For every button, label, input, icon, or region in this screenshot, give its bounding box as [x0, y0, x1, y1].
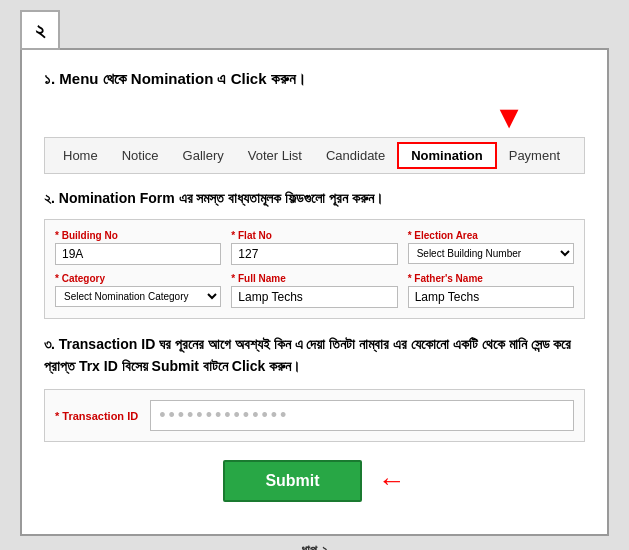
- nav-gallery[interactable]: Gallery: [171, 144, 236, 167]
- election-area-select[interactable]: Select Building Number: [408, 243, 574, 264]
- nav-voter-list[interactable]: Voter List: [236, 144, 314, 167]
- full-name-field: * Full Name: [231, 273, 397, 308]
- full-name-input[interactable]: [231, 286, 397, 308]
- category-label: * Category: [55, 273, 221, 284]
- fathers-name-field: * Father's Name: [408, 273, 574, 308]
- step-badge: ২: [20, 10, 60, 50]
- page-container: ২ ১. Menu থেকে Nomination এ Click করুন। …: [0, 0, 629, 550]
- fathers-name-label: * Father's Name: [408, 273, 574, 284]
- nav-candidate[interactable]: Candidate: [314, 144, 397, 167]
- step3-instruction: ৩. Transaction ID ঘর পূরনের আগে অবশ্যই ক…: [44, 333, 585, 378]
- nav-bar: Home Notice Gallery Voter List Candidate…: [44, 137, 585, 174]
- building-no-input[interactable]: [55, 243, 221, 265]
- category-select[interactable]: Select Nomination Category: [55, 286, 221, 307]
- submit-button[interactable]: Submit: [223, 460, 361, 502]
- nav-payment[interactable]: Payment: [497, 144, 572, 167]
- arrow-left-icon: ←: [378, 465, 406, 497]
- main-card: ১. Menu থেকে Nomination এ Click করুন। ▼ …: [20, 48, 609, 536]
- flat-no-field: * Flat No: [231, 230, 397, 265]
- fathers-name-input[interactable]: [408, 286, 574, 308]
- election-area-field: * Election Area Select Building Number: [408, 230, 574, 265]
- arrow-down-container: ▼: [44, 101, 585, 133]
- nomination-form: * Building No * Flat No * Election Area …: [44, 219, 585, 319]
- election-area-label: * Election Area: [408, 230, 574, 241]
- building-no-label: * Building No: [55, 230, 221, 241]
- building-no-field: * Building No: [55, 230, 221, 265]
- transaction-label: * Transaction ID: [55, 410, 138, 422]
- flat-no-label: * Flat No: [231, 230, 397, 241]
- nav-home[interactable]: Home: [51, 144, 110, 167]
- transaction-input[interactable]: [150, 400, 574, 431]
- category-field: * Category Select Nomination Category: [55, 273, 221, 308]
- arrow-down-icon: ▼: [493, 101, 525, 133]
- step2-instruction: ২. Nomination Form এর সমস্ত বাধ্যতামূলক …: [44, 188, 585, 209]
- full-name-label: * Full Name: [231, 273, 397, 284]
- nav-notice[interactable]: Notice: [110, 144, 171, 167]
- submit-area: Submit ←: [44, 460, 585, 502]
- step1-instruction: ১. Menu থেকে Nomination এ Click করুন।: [44, 68, 585, 91]
- transaction-row: * Transaction ID: [44, 389, 585, 442]
- step-label: ধাপ-২: [301, 542, 329, 550]
- flat-no-input[interactable]: [231, 243, 397, 265]
- nav-nomination[interactable]: Nomination: [397, 142, 497, 169]
